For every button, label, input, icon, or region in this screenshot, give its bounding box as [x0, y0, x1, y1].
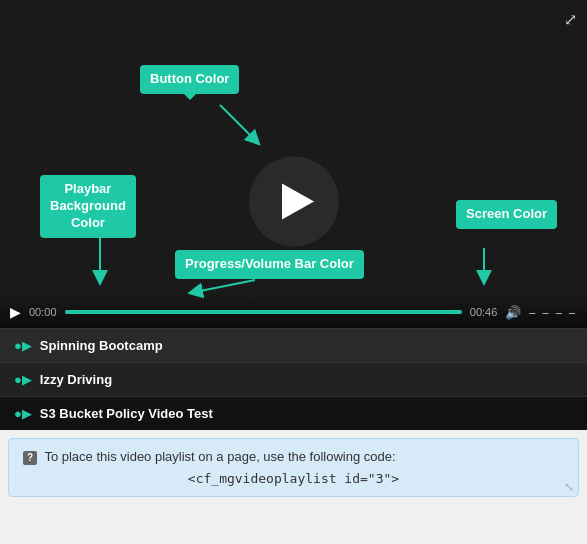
info-icon: ? — [23, 451, 37, 465]
playlist-item-1[interactable]: ●▶ Spinning Bootcamp — [0, 328, 587, 362]
playlist: ●▶ Spinning Bootcamp ●▶ Izzy Driving ●▶ … — [0, 328, 587, 430]
resize-handle[interactable]: ⤡ — [564, 480, 574, 494]
playlist-title-2: Izzy Driving — [40, 372, 112, 387]
tooltip-screen-color: Screen Color — [456, 200, 557, 229]
tooltip-playbar-bg-color: PlaybarBackgroundColor — [40, 175, 136, 238]
playlist-item-3[interactable]: ●▶ S3 Bucket Policy Video Test — [0, 396, 587, 430]
playlist-title-3: S3 Bucket Policy Video Test — [40, 406, 213, 421]
svg-line-0 — [220, 105, 255, 140]
main-container: ⤢ Button Color PlaybarBackgroundColor — [0, 0, 587, 497]
play-small-icon[interactable]: ▶ — [10, 304, 21, 320]
playlist-item-2[interactable]: ●▶ Izzy Driving — [0, 362, 587, 396]
progress-bar[interactable] — [65, 310, 462, 314]
info-text-line: ? To place this video playlist on a page… — [23, 449, 564, 465]
fullscreen-icon[interactable]: ⤢ — [564, 10, 577, 29]
playlist-play-icon-2: ●▶ — [14, 372, 32, 387]
play-button[interactable] — [249, 157, 339, 247]
video-player: ⤢ Button Color PlaybarBackgroundColor — [0, 0, 587, 430]
info-text: To place this video playlist on a page, … — [44, 449, 395, 464]
info-code: <cf_mgvideoplaylist id="3"> — [23, 471, 564, 486]
svg-line-2 — [195, 280, 255, 292]
playlist-title-1: Spinning Bootcamp — [40, 338, 163, 353]
playbar: ▶ 00:00 00:46 🔊 – – – – — [0, 294, 587, 330]
time-start: 00:00 — [29, 306, 57, 318]
playlist-play-icon-3: ●▶ — [14, 406, 32, 421]
tooltip-button-color: Button Color — [140, 65, 239, 94]
volume-icon[interactable]: 🔊 — [505, 305, 521, 320]
tooltip-progress-bar-color: Progress/Volume Bar Color — [175, 250, 364, 279]
play-triangle-icon — [282, 184, 314, 220]
volume-slider[interactable]: – – – – — [529, 306, 577, 318]
playlist-play-icon-1: ●▶ — [14, 338, 32, 353]
time-end: 00:46 — [470, 306, 498, 318]
info-box: ? To place this video playlist on a page… — [8, 438, 579, 497]
